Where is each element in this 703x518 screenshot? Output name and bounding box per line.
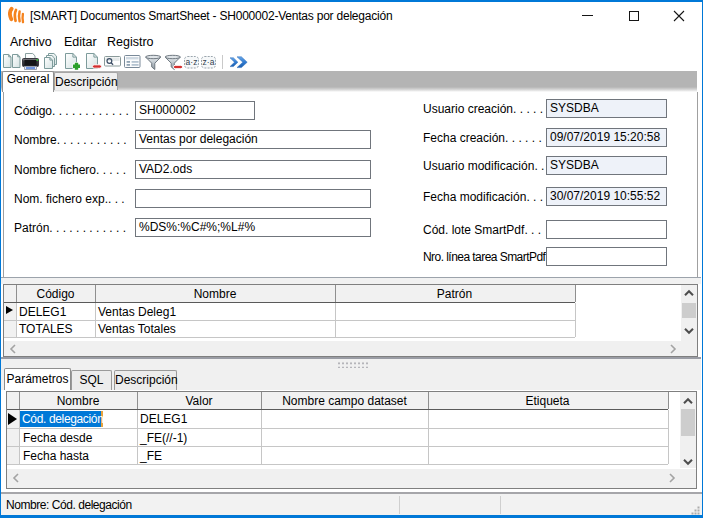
svg-text:a·z: a·z xyxy=(186,57,198,67)
svg-text:z·a: z·a xyxy=(203,57,215,67)
